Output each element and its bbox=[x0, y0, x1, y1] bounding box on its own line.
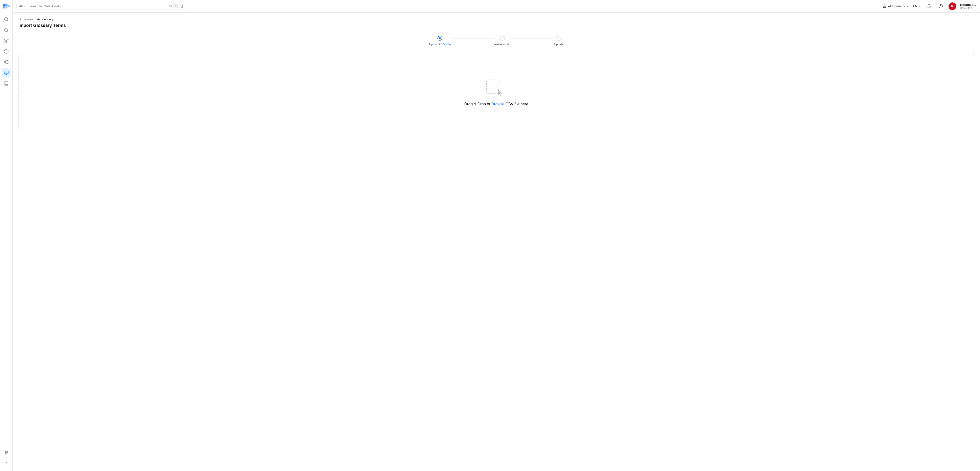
sidebar-item-explore[interactable] bbox=[2, 14, 11, 24]
help-button[interactable] bbox=[937, 2, 945, 10]
search-input[interactable] bbox=[29, 4, 166, 8]
help-icon bbox=[939, 4, 943, 8]
svg-point-22 bbox=[5, 453, 6, 454]
sidebar-bottom bbox=[2, 448, 11, 468]
step-upload: Upload CSV File bbox=[429, 36, 451, 46]
step-label-preview: Preview Edit bbox=[494, 43, 511, 46]
sidebar-item-book[interactable] bbox=[2, 78, 11, 88]
step-circle-update bbox=[557, 36, 561, 41]
user-name: Rounakp... bbox=[960, 3, 976, 6]
main-content: All ⌘ K All Domains bbox=[13, 0, 980, 471]
step-label-update: Update bbox=[554, 43, 563, 46]
svg-point-26 bbox=[939, 4, 942, 8]
drop-text-after: CSV file here bbox=[504, 102, 528, 106]
cmd-key: ⌘ bbox=[168, 4, 173, 8]
browse-link[interactable]: Browse bbox=[492, 102, 504, 106]
svg-rect-14 bbox=[4, 71, 8, 74]
step-preview: Preview Edit bbox=[494, 36, 511, 46]
lang-label: EN bbox=[913, 4, 917, 8]
step-update: Update bbox=[554, 36, 563, 46]
sidebar-item-glossary[interactable] bbox=[2, 68, 11, 78]
notifications-button[interactable] bbox=[925, 2, 933, 10]
globe-icon bbox=[883, 4, 886, 8]
step-connector-1 bbox=[451, 38, 494, 39]
drop-text-before: Drag & Drop or bbox=[464, 102, 492, 106]
topnav: All ⌘ K All Domains bbox=[13, 0, 980, 13]
domain-chevron-icon bbox=[906, 5, 909, 8]
stepper: Upload CSV File Preview Edit Update bbox=[18, 36, 974, 46]
lang-chevron-icon bbox=[918, 5, 921, 8]
sidebar-item-search[interactable] bbox=[2, 25, 11, 35]
sidebar bbox=[0, 0, 13, 471]
page-title: Import Glossary Terms bbox=[18, 23, 974, 28]
sidebar-item-govern[interactable] bbox=[2, 36, 11, 46]
nav-right: All Domains EN bbox=[883, 2, 976, 10]
svg-point-5 bbox=[4, 18, 8, 21]
user-info[interactable]: Rounakp... Data Stew... bbox=[960, 3, 976, 10]
svg-point-20 bbox=[6, 452, 7, 453]
svg-rect-4 bbox=[8, 5, 10, 7]
search-prefix-label: All bbox=[19, 4, 22, 8]
svg-rect-1 bbox=[5, 4, 8, 6]
page-content: Glossaries / Accounting Import Glossary … bbox=[13, 13, 980, 471]
step-label-upload: Upload CSV File bbox=[429, 43, 451, 46]
sidebar-item-insights[interactable] bbox=[2, 46, 11, 56]
breadcrumb-glossaries[interactable]: Glossaries bbox=[18, 18, 33, 21]
breadcrumb-current: Accounting bbox=[37, 18, 52, 21]
svg-rect-2 bbox=[3, 6, 5, 8]
search-icon bbox=[180, 4, 183, 8]
sidebar-item-globe[interactable] bbox=[2, 57, 11, 67]
bell-icon bbox=[927, 4, 931, 8]
svg-point-23 bbox=[180, 5, 183, 8]
breadcrumb: Glossaries / Accounting bbox=[18, 18, 974, 21]
file-drop-zone[interactable]: Drag & Drop or Browse CSV file here bbox=[18, 54, 974, 131]
lang-selector[interactable]: EN bbox=[913, 4, 921, 8]
domain-selector[interactable]: All Domains bbox=[883, 4, 909, 8]
avatar[interactable]: R bbox=[948, 2, 956, 10]
svg-point-18 bbox=[5, 451, 6, 452]
search-bar[interactable]: All ⌘ K bbox=[16, 3, 186, 10]
step-connector-2 bbox=[511, 38, 554, 39]
k-key: K bbox=[173, 4, 178, 8]
breadcrumb-separator: / bbox=[35, 18, 36, 21]
app-logo[interactable] bbox=[2, 3, 11, 12]
svg-rect-3 bbox=[5, 6, 8, 8]
svg-marker-29 bbox=[498, 88, 502, 97]
chevron-down-icon bbox=[24, 5, 26, 8]
search-kbd-hint: ⌘ K bbox=[168, 4, 178, 8]
step-circle-preview bbox=[500, 36, 505, 41]
drop-zone-text: Drag & Drop or Browse CSV file here bbox=[464, 102, 528, 107]
domain-label: All Domains bbox=[888, 4, 905, 8]
sidebar-item-collapse[interactable] bbox=[2, 458, 11, 468]
step-circle-upload bbox=[438, 36, 442, 41]
svg-rect-0 bbox=[3, 4, 5, 6]
sidebar-item-settings[interactable] bbox=[2, 448, 11, 457]
user-role: Data Stew... bbox=[960, 6, 976, 10]
upload-icon bbox=[485, 79, 507, 98]
search-prefix[interactable]: All bbox=[19, 4, 26, 8]
